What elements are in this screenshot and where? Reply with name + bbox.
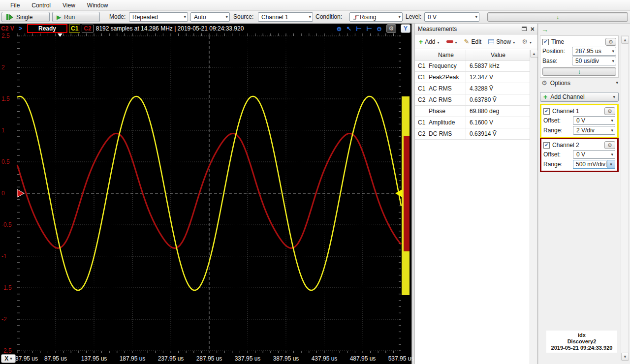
mode-select[interactable]: Repeated ▾ xyxy=(129,12,188,22)
x-tick-label: 187.95 us xyxy=(120,355,146,362)
x-axis-button[interactable]: X ▾ xyxy=(1,354,16,363)
channel2-offset-select[interactable]: 0 V ▾ xyxy=(573,150,615,159)
chevron-down-icon: ▾ xyxy=(612,49,614,54)
menu-bar: File Control View Window xyxy=(0,0,630,11)
menu-view[interactable]: View xyxy=(57,1,81,10)
x-tick-label: 387.95 us xyxy=(273,355,299,362)
time-base-select[interactable]: 50 us/div ▾ xyxy=(572,57,616,65)
table-row[interactable]: C1Peak2Peak12.347 V xyxy=(415,72,530,83)
time-base-value: 50 us/div xyxy=(575,58,599,64)
offset-label: Offset: xyxy=(543,117,572,124)
value-column-header: Value xyxy=(466,50,530,60)
trigger-level-select[interactable]: 0 V ▾ xyxy=(424,12,479,22)
gear-icon: ⚙ xyxy=(522,38,528,45)
table-row[interactable]: C1Amplitude6.1600 V xyxy=(415,117,530,128)
channel-column-header xyxy=(415,50,426,60)
chevron-down-icon: ▾ xyxy=(398,15,401,19)
zoom-out-icon[interactable]: ⊖ xyxy=(377,25,382,32)
channel1-checkbox[interactable]: ✔ xyxy=(543,108,550,115)
table-row[interactable]: C2AC RMS0.63780 Ṽ xyxy=(415,94,530,106)
x-tick-label: 537.95 us xyxy=(388,355,414,362)
channel2-badge[interactable]: C2 xyxy=(82,25,93,32)
channel2-range-dropdown-button[interactable]: ▾ xyxy=(607,160,615,168)
table-row[interactable]: C2DC RMS0.63914 Ṽ xyxy=(415,128,530,140)
show-measurement-button[interactable]: Show ▾ xyxy=(488,38,515,45)
pointer-tool-icon[interactable]: ↖ xyxy=(346,25,351,32)
menu-control[interactable]: Control xyxy=(26,1,56,10)
scope-plot[interactable]: 2.521.510.50-0.5-1-1.5-2-2.5 xyxy=(0,33,411,353)
name-column-header: Name xyxy=(426,50,466,60)
trigger-source-select[interactable]: Channel 1 ▾ xyxy=(258,12,313,22)
single-button[interactable]: Single xyxy=(1,12,50,22)
measurements-scrollbar[interactable]: ▲ xyxy=(530,50,537,364)
channel1-offset-select[interactable]: 0 V ▾ xyxy=(573,116,615,125)
time-position-slider[interactable]: ↓ xyxy=(542,67,616,76)
panel-splitter[interactable] xyxy=(411,24,415,364)
panel-collapse-arrow-icon[interactable]: → xyxy=(541,26,548,33)
x-cursor-tool-icon[interactable]: ⊢ xyxy=(356,25,362,32)
time-position-select[interactable]: 287.95 us ▾ xyxy=(572,47,616,56)
sidebar-scrollbar[interactable]: ▲ ▼ xyxy=(621,35,629,361)
close-icon[interactable]: × xyxy=(531,26,535,32)
time-checkbox[interactable]: ✔ xyxy=(542,39,549,45)
chevron-down-icon: ▾ xyxy=(225,15,228,19)
table-row[interactable]: C1Frequency6.5837 kHz xyxy=(415,61,530,72)
gear-icon: ⚙ xyxy=(389,25,394,32)
time-position-value: 287.95 us xyxy=(575,48,601,55)
menu-file[interactable]: File xyxy=(5,1,25,10)
channel1-settings-button[interactable]: ⚙ xyxy=(604,107,615,115)
options-row[interactable]: ⚙ Options ▾ xyxy=(541,79,618,87)
row-value: 4.3288 Ṽ xyxy=(466,83,530,94)
chevron-down-icon: ▾ xyxy=(513,40,515,45)
chevron-down-icon: ▾ xyxy=(613,95,615,99)
slider-arrow-icon: ↓ xyxy=(578,68,581,75)
measurements-rows: C1Frequency6.5837 kHzC1Peak2Peak12.347 V… xyxy=(415,61,530,140)
row-channel: C2 xyxy=(415,94,426,105)
add-measurement-button[interactable]: + Add ▾ xyxy=(419,38,440,46)
minus-icon xyxy=(446,40,453,43)
x-tick-label: 137.95 us xyxy=(81,355,107,362)
add-channel-button[interactable]: + Add Channel ▾ xyxy=(540,92,619,102)
plus-icon: + xyxy=(419,38,423,46)
y-axis-button[interactable]: Y xyxy=(401,24,410,33)
time-group: ✔ Time ⚙ Position: 287.95 us ▾ Base: 50 … xyxy=(540,35,619,78)
y-cursor-tool-icon[interactable]: ⊢ xyxy=(366,25,372,32)
chevron-down-icon: ▾ xyxy=(530,40,532,45)
check-icon: ✔ xyxy=(543,39,547,44)
remove-measurement-button[interactable]: ▾ xyxy=(446,38,457,45)
plot-settings-button[interactable]: ⚙ xyxy=(386,24,396,33)
time-settings-button[interactable]: ⚙ xyxy=(605,38,616,46)
menu-window[interactable]: Window xyxy=(82,1,114,10)
trigger-mode-select[interactable]: Auto ▾ xyxy=(190,12,230,22)
capture-info-text: 8192 samples at 14.286 MHz | 2019-05-21 … xyxy=(96,25,244,32)
table-row[interactable]: C1AC RMS4.3288 Ṽ xyxy=(415,83,530,94)
channel2-offset-marker[interactable] xyxy=(17,189,24,197)
channel1-badge[interactable]: C1 xyxy=(69,25,80,32)
undock-icon[interactable] xyxy=(522,27,527,31)
scroll-up-icon: ▲ xyxy=(532,52,536,56)
gear-icon: ⚙ xyxy=(607,142,612,149)
chevron-down-icon: ▾ xyxy=(309,15,311,19)
acquire-arrow-icon: > xyxy=(19,25,22,32)
trigger-position-marker[interactable] xyxy=(58,33,63,37)
scroll-up-icon: ▲ xyxy=(623,38,627,42)
single-acquire-icon xyxy=(6,14,13,21)
y-tick-label: -1.5 xyxy=(1,284,12,291)
chevron-down-icon: ▾ xyxy=(475,15,477,19)
zoom-in-icon[interactable]: ⊕ xyxy=(337,25,342,32)
trigger-condition-select[interactable]: Rising ▾ xyxy=(349,12,403,22)
channel2-range-input[interactable]: 500 mV/div ▾ xyxy=(573,160,615,169)
trigger-position-slider[interactable]: ↓ xyxy=(487,12,628,22)
edit-measurement-button[interactable]: ✎ Edit xyxy=(464,38,482,45)
scroll-down-icon: ▼ xyxy=(623,355,627,359)
channel1-range-select[interactable]: 2 V/div ▾ xyxy=(573,126,615,135)
measurements-settings-button[interactable]: ⚙ ▾ xyxy=(522,38,532,45)
run-button[interactable]: ▶ Run xyxy=(52,12,100,22)
scroll-down-button[interactable]: ▼ xyxy=(621,353,629,361)
scroll-up-button[interactable]: ▲ xyxy=(621,36,629,44)
channel2-settings-button[interactable]: ⚙ xyxy=(604,141,615,149)
channel2-checkbox[interactable]: ✔ xyxy=(543,142,550,149)
table-row[interactable]: Phase69.880 deg xyxy=(415,106,530,117)
scroll-up-button[interactable]: ▲ xyxy=(530,50,538,58)
y-tick-label: 2 xyxy=(1,64,5,71)
